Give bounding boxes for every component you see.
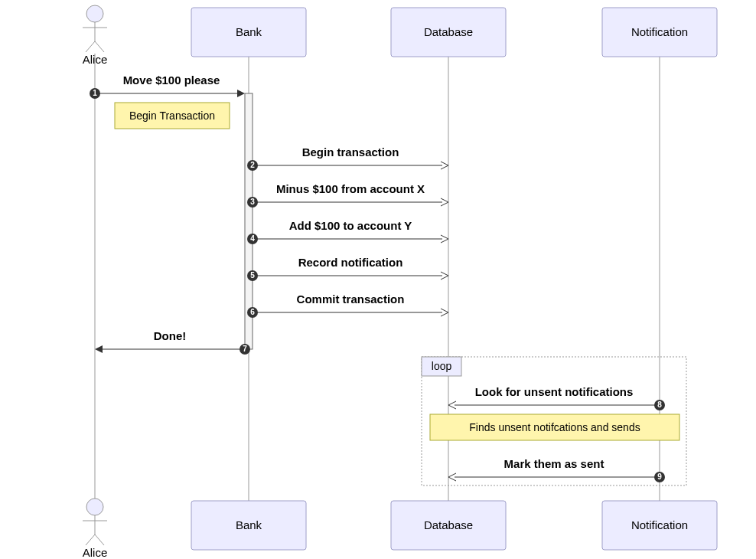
svg-point-53 [86, 499, 103, 515]
message-6: Commit transaction 6 [247, 293, 448, 318]
message-3: Minus $100 from account X 3 [247, 182, 448, 208]
svg-line-3 [86, 41, 95, 52]
svg-line-56 [86, 534, 95, 545]
svg-text:Begin Transaction: Begin Transaction [129, 110, 215, 122]
participant-bank-top: Bank [191, 8, 306, 57]
svg-marker-37 [95, 345, 103, 353]
message-8: Look for unsent notifications 8 [448, 385, 665, 410]
message-7: Done! 7 [95, 329, 250, 355]
svg-text:8: 8 [657, 400, 662, 409]
message-4: Add $100 to account Y 4 [247, 219, 448, 244]
svg-text:4: 4 [250, 234, 255, 243]
svg-text:5: 5 [250, 271, 255, 280]
message-5: Record notification 5 [247, 256, 448, 281]
svg-text:loop: loop [432, 360, 452, 372]
svg-text:Finds unsent notifcations and : Finds unsent notifcations and sends [469, 421, 640, 433]
participant-notification-top: Notification [602, 8, 717, 57]
svg-line-4 [95, 41, 104, 52]
message-2: Begin transaction 2 [247, 145, 448, 171]
participant-alice-label-top: Alice [83, 53, 108, 66]
message-1: Move $100 please 1 [90, 74, 245, 99]
svg-text:Begin transaction: Begin transaction [302, 145, 399, 159]
svg-text:Record notification: Record notification [298, 256, 403, 269]
participant-alice-bottom: Alice [83, 499, 108, 559]
participant-notification-bottom: Notification [602, 501, 717, 550]
sequence-diagram: Alice Bank Database Notification Move $1… [0, 0, 756, 559]
participant-bank-bottom: Bank [191, 501, 306, 550]
svg-text:1: 1 [93, 89, 97, 97]
participant-bank-label-bottom: Bank [236, 518, 262, 531]
svg-point-0 [86, 5, 103, 22]
svg-text:7: 7 [243, 345, 247, 353]
participant-database-label-top: Database [424, 25, 473, 38]
svg-text:Mark them as sent: Mark them as sent [504, 457, 604, 470]
participant-notification-label-bottom: Notification [631, 518, 688, 531]
svg-text:Add $100 to account Y: Add $100 to account Y [289, 219, 412, 232]
participant-notification-label-top: Notification [631, 25, 688, 38]
participant-alice-label-bottom: Alice [83, 546, 108, 559]
note-finds-unsent: Finds unsent notifcations and sends [430, 414, 679, 440]
svg-text:3: 3 [250, 198, 255, 206]
svg-text:9: 9 [657, 472, 662, 481]
participant-database-label-bottom: Database [424, 518, 473, 531]
participant-alice-top: Alice [83, 5, 108, 66]
svg-marker-10 [237, 90, 245, 97]
message-9: Mark them as sent 9 [448, 457, 665, 482]
svg-text:Done!: Done! [154, 329, 187, 342]
svg-text:Commit transaction: Commit transaction [297, 293, 405, 306]
svg-text:2: 2 [250, 161, 255, 169]
participant-database-top: Database [391, 8, 506, 57]
svg-text:6: 6 [250, 308, 255, 316]
svg-line-57 [95, 534, 104, 545]
participant-bank-label-top: Bank [236, 25, 262, 38]
participant-database-bottom: Database [391, 501, 506, 550]
svg-text:Move $100 please: Move $100 please [123, 74, 220, 87]
svg-text:Minus $100 from account X: Minus $100 from account X [276, 182, 425, 195]
svg-text:Look for unsent notifications: Look for unsent notifications [475, 385, 634, 398]
note-begin-transaction: Begin Transaction [115, 103, 230, 129]
